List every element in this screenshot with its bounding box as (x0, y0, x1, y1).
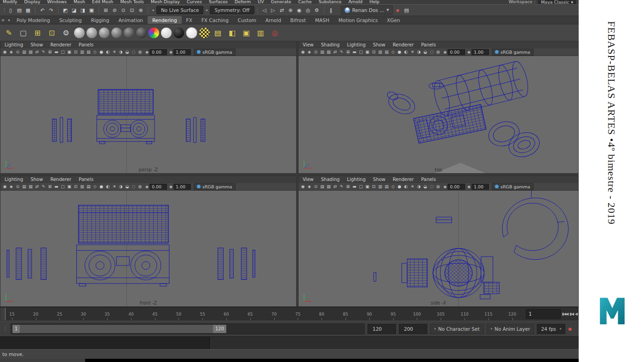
env-ball-icon[interactable] (186, 27, 197, 39)
viewport-menu-item[interactable]: Renderer (50, 42, 71, 47)
pause-icon[interactable]: ‖ (327, 6, 335, 14)
menu-item[interactable]: Mesh Tools (120, 0, 144, 3)
xray-icon[interactable]: ◍ (137, 184, 143, 190)
safe-action-icon[interactable]: ▥ (79, 184, 85, 190)
render-target-icon[interactable]: ◎ (269, 27, 281, 39)
menu-item[interactable]: Curves (187, 0, 202, 3)
screen-space-ao-icon[interactable]: ◒ (124, 184, 130, 190)
standard-surface-icon[interactable] (74, 28, 85, 38)
redo-icon[interactable]: ↷ (47, 6, 55, 14)
safe-title-icon[interactable]: ▤ (384, 49, 390, 55)
srgb-gamma-button[interactable]: sRGB gamma (194, 183, 236, 190)
viewport-canvas-side[interactable]: side -X (299, 191, 578, 306)
xray-icon[interactable]: ◍ (137, 49, 143, 55)
viewport-menu-item[interactable]: Show (373, 177, 385, 182)
grid-snap-icon[interactable]: ⊡ (46, 27, 58, 39)
symmetry-field[interactable]: Symmetry: Off (210, 6, 254, 14)
ipr-render-icon[interactable]: ◎ (304, 6, 312, 14)
exposure-field[interactable]: ◉ 0.00 (443, 184, 465, 190)
wireframe-mode-icon[interactable]: ◇ (390, 49, 396, 55)
shaded-mode-icon[interactable]: ● (98, 184, 104, 190)
srgb-gamma-button[interactable]: sRGB gamma (194, 49, 236, 56)
shelf-tab[interactable]: Motion Graphics (334, 16, 382, 24)
playhead[interactable] (0, 308, 6, 320)
viewport-menu-item[interactable]: Shading (321, 42, 340, 47)
make-live-icon[interactable]: ⊗ (137, 6, 145, 14)
lighting-icon[interactable]: ☀ (111, 49, 117, 55)
menu-item[interactable]: Help (369, 0, 380, 3)
select-object-icon[interactable]: ◪ (70, 6, 78, 14)
field-chart-icon[interactable]: ⊡ (371, 49, 377, 55)
menu-item[interactable]: Generate (271, 0, 291, 3)
phong-e-icon[interactable] (136, 28, 147, 38)
viewport-menu-item[interactable]: Renderer (393, 177, 414, 182)
shading-gear-icon[interactable]: ⚙ (60, 27, 72, 39)
2d-pan-zoom-icon[interactable]: ⇄ (34, 49, 40, 55)
save-scene-icon[interactable]: ▦ (24, 6, 32, 14)
gate-mask-icon[interactable]: ▣ (364, 184, 370, 190)
xray-icon[interactable]: ◍ (435, 184, 441, 190)
range-start-handle[interactable]: 1 (12, 325, 20, 333)
range-slider[interactable]: 1 120 (11, 323, 365, 334)
menu-item[interactable]: Arnold (348, 0, 362, 3)
grid-icon[interactable]: ⊞ (345, 49, 351, 55)
anim-layer-dropdown[interactable]: ▾ No Anim Layer (487, 324, 535, 334)
exposure-field[interactable]: ◉ 0.00 (145, 184, 167, 190)
motion-blur-icon[interactable]: ◌ (429, 184, 435, 190)
exposure-field[interactable]: ◉ 0.00 (145, 49, 167, 55)
screen-space-ao-icon[interactable]: ◒ (422, 49, 428, 55)
go-to-start-icon[interactable]: ▮◀◀ (562, 312, 569, 316)
range-grip-icon[interactable]: ⋮ (3, 326, 8, 332)
viewport-menu-item[interactable]: View (303, 42, 314, 47)
render-settings-icon[interactable]: ⚙ (313, 6, 321, 14)
menu-item[interactable]: Modify (3, 0, 17, 3)
viewport-menu-item[interactable]: Show (30, 42, 43, 47)
gamma-toggle-icon[interactable]: ◉ (467, 50, 471, 54)
output-connections-icon[interactable]: ▷ (269, 6, 277, 14)
lock-camera-icon[interactable]: ◈ (8, 184, 14, 190)
gate-mask-icon[interactable]: ▣ (66, 184, 72, 190)
image-plane-icon[interactable]: ▧ (326, 49, 332, 55)
viewport-menu-item[interactable]: Lighting (347, 42, 365, 47)
select-camera-icon[interactable]: ◉ (2, 49, 8, 55)
resolution-gate-icon[interactable]: ▢ (60, 184, 66, 190)
bookmarks-icon[interactable]: ▤ (21, 49, 27, 55)
select-camera-icon[interactable]: ◉ (2, 184, 8, 190)
gate-mask-icon[interactable]: ▣ (364, 49, 370, 55)
shelf-tab[interactable]: FX (182, 16, 197, 24)
shaded-mode-icon[interactable]: ● (397, 184, 402, 190)
screen-space-ao-icon[interactable]: ◒ (422, 184, 428, 190)
safe-action-icon[interactable]: ▥ (377, 184, 383, 190)
viewport-menu-item[interactable]: Panels (421, 177, 436, 182)
textured-mode-icon[interactable]: ◐ (105, 49, 111, 55)
xray-icon[interactable]: ◍ (435, 49, 441, 55)
menu-item[interactable]: Mesh (74, 0, 85, 3)
exposure-toggle-icon[interactable]: ◉ (145, 185, 149, 189)
select-camera-icon[interactable]: ◉ (300, 49, 306, 55)
safe-title-icon[interactable]: ▤ (86, 49, 92, 55)
viewport-menu-item[interactable]: Panels (79, 42, 93, 47)
srgb-gamma-button[interactable]: sRGB gamma (492, 49, 534, 56)
viewport-menu-item[interactable]: Panels (421, 42, 436, 47)
shelf-tab[interactable]: FX Caching (197, 16, 233, 24)
viewport-menu-item[interactable]: Lighting (347, 177, 365, 182)
viewport-snapshot-icon[interactable]: ⊕ (287, 6, 295, 14)
grease-pencil-icon[interactable]: ✎ (40, 184, 46, 190)
gamma-field[interactable]: ◉ 1.00 (467, 49, 489, 55)
2d-pan-zoom-icon[interactable]: ⇄ (332, 49, 338, 55)
blinn-icon[interactable] (99, 28, 109, 38)
shelf-tab[interactable]: Bifrost (286, 16, 310, 24)
gamma-field[interactable]: ◉ 1.00 (169, 49, 191, 55)
resolution-gate-icon[interactable]: ▢ (358, 184, 364, 190)
live-surface-field[interactable]: No Live Surface (156, 6, 203, 14)
menu-item[interactable]: Display (24, 0, 40, 3)
viewport-menu-item[interactable]: Renderer (50, 177, 71, 182)
image-plane-icon[interactable]: ▧ (28, 49, 34, 55)
menu-item[interactable]: Mesh Display (151, 0, 180, 3)
shelf-tab[interactable]: Sculpting (55, 16, 86, 24)
grease-pencil-icon[interactable]: ✎ (339, 184, 345, 190)
viewport-menu-item[interactable]: Shading (321, 177, 340, 182)
gate-mask-icon[interactable]: ▣ (66, 49, 72, 55)
use-background-icon[interactable] (173, 28, 184, 38)
viewport-menu-item[interactable]: Show (373, 42, 385, 47)
